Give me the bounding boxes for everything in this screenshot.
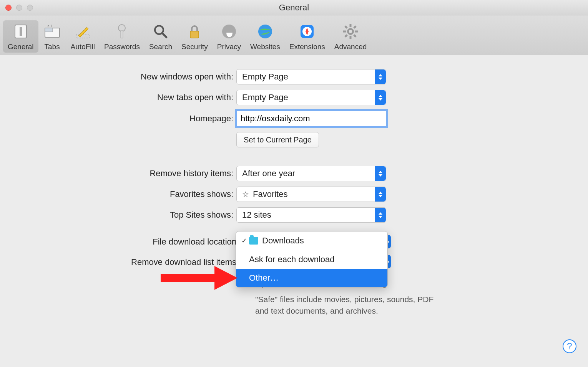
toolbar-label: Tabs (45, 43, 60, 51)
key-icon (113, 23, 131, 40)
folder-icon (249, 237, 258, 245)
toolbar-label: Extensions (289, 43, 325, 51)
select-value: Favorites (253, 189, 287, 199)
toolbar-label: Privacy (217, 43, 241, 51)
svg-rect-3 (45, 28, 53, 32)
file-download-location-menu: ✓ Downloads Ask for each download Other… (236, 231, 388, 288)
toolbar-label: Websites (250, 43, 280, 51)
zoom-window-button[interactable] (27, 5, 33, 11)
svg-line-10 (162, 33, 166, 37)
svg-rect-1 (20, 27, 22, 36)
help-button[interactable]: ? (563, 339, 576, 353)
set-current-page-button[interactable]: Set to Current Page (236, 132, 319, 147)
preferences-toolbar: General × + Tabs AutoFill Passwords Sear… (0, 15, 588, 55)
svg-line-25 (345, 35, 347, 37)
window-title: General (0, 3, 588, 13)
checkmark-icon: ✓ (239, 236, 249, 245)
new-windows-select[interactable]: Empty Page (236, 69, 386, 84)
svg-rect-41 (161, 274, 214, 282)
toolbar-privacy[interactable]: Privacy (213, 20, 246, 53)
search-icon (152, 23, 169, 40)
select-value: 12 sites (242, 210, 271, 220)
svg-line-23 (354, 35, 356, 37)
svg-marker-29 (379, 95, 382, 97)
svg-line-22 (345, 26, 347, 28)
svg-marker-34 (379, 195, 382, 197)
svg-point-26 (349, 30, 352, 33)
toolbar-tabs[interactable]: × + Tabs (38, 20, 66, 53)
toolbar-label: Security (181, 43, 208, 51)
globe-icon (256, 23, 274, 40)
favorites-select[interactable]: ☆ Favorites (236, 187, 386, 202)
favorites-label: Favorites shows: (0, 189, 236, 199)
svg-marker-6 (78, 27, 88, 37)
homepage-label: Homepage: (0, 114, 236, 124)
toolbar-label: Advanced (334, 43, 367, 51)
toolbar-websites[interactable]: Websites (246, 20, 285, 53)
compass-icon (298, 23, 316, 40)
toolbar-extensions[interactable]: Extensions (285, 20, 330, 53)
topsites-label: Top Sites shows: (0, 210, 236, 220)
star-icon: ☆ (242, 190, 249, 199)
toolbar-security[interactable]: Security (177, 20, 213, 53)
svg-marker-31 (379, 171, 382, 173)
select-value: Empty Page (242, 93, 288, 102)
annotation-arrow (161, 266, 238, 290)
autofill-pencil-icon (74, 23, 91, 40)
svg-marker-30 (379, 98, 382, 101)
menu-item-label: Ask for each download (239, 255, 335, 265)
topsites-select[interactable]: 12 sites (236, 207, 386, 223)
file-download-location-label: File download location (0, 237, 236, 247)
toolbar-search[interactable]: Search (145, 20, 177, 53)
stepper-arrows-icon (375, 187, 386, 202)
svg-marker-28 (379, 78, 382, 80)
svg-marker-42 (214, 266, 238, 290)
minimize-window-button[interactable] (16, 5, 22, 11)
menu-item-other[interactable]: Other… (236, 269, 387, 287)
hand-icon (220, 23, 238, 40)
remove-history-select[interactable]: After one year (236, 166, 386, 181)
select-value: Empty Page (242, 72, 288, 82)
select-value: After one year (242, 169, 295, 179)
svg-marker-35 (379, 212, 382, 215)
toolbar-label: General (8, 43, 34, 51)
stepper-arrows-icon (375, 69, 386, 84)
new-windows-label: New windows open with: (0, 72, 236, 82)
new-tabs-label: New tabs open with: (0, 93, 236, 102)
stepper-arrows-icon (375, 90, 386, 105)
menu-item-label: Other… (239, 273, 279, 283)
svg-rect-11 (190, 31, 199, 38)
new-tabs-select[interactable]: Empty Page (236, 90, 386, 105)
svg-marker-36 (379, 216, 382, 218)
svg-marker-33 (379, 192, 382, 194)
toolbar-label: Search (149, 43, 172, 51)
menu-item-downloads[interactable]: ✓ Downloads (236, 231, 387, 250)
tabs-icon: × + (43, 23, 61, 40)
menu-item-ask-each[interactable]: Ask for each download (236, 250, 387, 269)
svg-text:× +: × + (47, 24, 53, 28)
stepper-arrows-icon (375, 166, 386, 181)
general-icon (12, 23, 30, 40)
preferences-content: New windows open with: Empty Page New ta… (0, 55, 588, 223)
traffic-lights (5, 5, 33, 11)
lock-icon (186, 23, 203, 40)
homepage-input[interactable] (236, 111, 386, 127)
toolbar-passwords[interactable]: Passwords (100, 20, 145, 53)
toolbar-advanced[interactable]: Advanced (330, 20, 372, 53)
gear-icon (342, 23, 359, 40)
svg-marker-32 (379, 174, 382, 177)
svg-marker-27 (379, 74, 382, 76)
toolbar-label: Passwords (104, 43, 140, 51)
stepper-arrows-icon (375, 208, 386, 222)
close-window-button[interactable] (5, 5, 12, 11)
menu-item-label: Downloads (262, 236, 304, 246)
toolbar-label: AutoFill (71, 43, 95, 51)
svg-line-24 (354, 26, 356, 28)
open-safe-files-description: "Safe" files include movies, pictures, s… (255, 294, 441, 317)
toolbar-autofill[interactable]: AutoFill (66, 20, 100, 53)
remove-history-label: Remove history items: (0, 169, 236, 179)
svg-point-13 (258, 25, 272, 38)
window-titlebar: General (0, 0, 588, 15)
toolbar-general[interactable]: General (3, 20, 38, 53)
svg-rect-8 (121, 30, 123, 38)
